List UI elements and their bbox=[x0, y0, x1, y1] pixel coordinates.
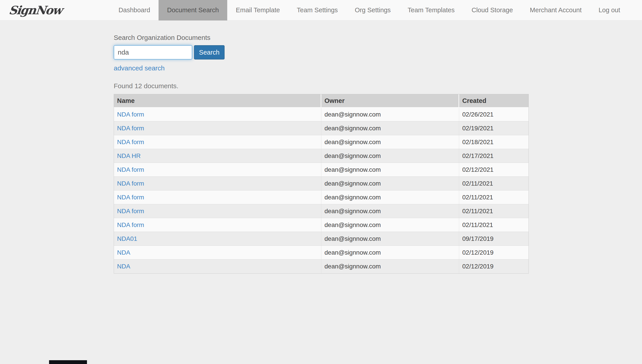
document-link[interactable]: NDA form bbox=[117, 180, 144, 187]
advanced-search-link[interactable]: advanced search bbox=[114, 64, 165, 72]
name-cell: NDA form bbox=[114, 108, 321, 122]
bottom-edge-bar bbox=[49, 360, 87, 364]
nav-item-email-template[interactable]: Email Template bbox=[227, 0, 288, 20]
created-cell: 02/12/2021 bbox=[459, 163, 528, 177]
owner-cell: dean@signnow.com bbox=[321, 108, 459, 122]
created-cell: 02/17/2021 bbox=[459, 149, 528, 163]
result-summary: Found 12 documents. bbox=[114, 82, 642, 90]
search-form: Search bbox=[114, 45, 642, 60]
table-body: NDA formdean@signnow.com02/26/2021NDA fo… bbox=[114, 108, 528, 273]
owner-cell: dean@signnow.com bbox=[321, 122, 459, 135]
created-cell: 09/17/2019 bbox=[459, 232, 528, 246]
name-cell: NDA form bbox=[114, 218, 321, 232]
table-row: NDA formdean@signnow.com02/19/2021 bbox=[114, 122, 528, 135]
document-link[interactable]: NDA01 bbox=[117, 235, 137, 242]
documents-table: NameOwnerCreated NDA formdean@signnow.co… bbox=[114, 94, 529, 274]
owner-cell: dean@signnow.com bbox=[321, 149, 459, 163]
owner-cell: dean@signnow.com bbox=[321, 218, 459, 232]
table-row: NDA formdean@signnow.com02/11/2021 bbox=[114, 218, 528, 232]
name-cell: NDA form bbox=[114, 204, 321, 218]
table-row: NDA formdean@signnow.com02/18/2021 bbox=[114, 135, 528, 149]
nav-item-dashboard[interactable]: Dashboard bbox=[110, 0, 159, 20]
document-search-page: Search Organization Documents Search adv… bbox=[114, 20, 642, 274]
table-row: NDAdean@signnow.com02/12/2019 bbox=[114, 246, 528, 260]
table-row: NDA formdean@signnow.com02/11/2021 bbox=[114, 177, 528, 190]
column-header-owner: Owner bbox=[321, 94, 459, 108]
document-link[interactable]: NDA bbox=[117, 249, 130, 256]
nav-item-document-search[interactable]: Document Search bbox=[159, 0, 227, 20]
nav-item-merchant-account[interactable]: Merchant Account bbox=[521, 0, 590, 20]
search-input[interactable] bbox=[114, 45, 192, 60]
name-cell: NDA bbox=[114, 246, 321, 260]
name-cell: NDA form bbox=[114, 163, 321, 177]
owner-cell: dean@signnow.com bbox=[321, 163, 459, 177]
document-link[interactable]: NDA form bbox=[117, 125, 144, 132]
created-cell: 02/26/2021 bbox=[459, 108, 528, 122]
created-cell: 02/11/2021 bbox=[459, 204, 528, 218]
created-cell: 02/12/2019 bbox=[459, 246, 528, 260]
owner-cell: dean@signnow.com bbox=[321, 246, 459, 260]
document-link[interactable]: NDA form bbox=[117, 111, 144, 118]
created-cell: 02/19/2021 bbox=[459, 122, 528, 135]
nav-item-team-settings[interactable]: Team Settings bbox=[288, 0, 346, 20]
column-header-name: Name bbox=[114, 94, 321, 108]
name-cell: NDA form bbox=[114, 135, 321, 149]
owner-cell: dean@signnow.com bbox=[321, 204, 459, 218]
name-cell: NDA form bbox=[114, 190, 321, 204]
document-link[interactable]: NDA form bbox=[117, 166, 144, 173]
nav-item-log-out[interactable]: Log out bbox=[590, 0, 629, 20]
name-cell: NDA HR bbox=[114, 149, 321, 163]
created-cell: 02/18/2021 bbox=[459, 135, 528, 149]
owner-cell: dean@signnow.com bbox=[321, 177, 459, 190]
owner-cell: dean@signnow.com bbox=[321, 232, 459, 246]
main-nav: DashboardDocument SearchEmail TemplateTe… bbox=[110, 0, 629, 20]
table-row: NDA formdean@signnow.com02/11/2021 bbox=[114, 204, 528, 218]
document-link[interactable]: NDA form bbox=[117, 208, 144, 214]
owner-cell: dean@signnow.com bbox=[321, 135, 459, 149]
table-row: NDA formdean@signnow.com02/11/2021 bbox=[114, 190, 528, 204]
nav-item-org-settings[interactable]: Org Settings bbox=[346, 0, 399, 20]
column-header-created: Created bbox=[459, 94, 528, 108]
nav-item-team-templates[interactable]: Team Templates bbox=[399, 0, 463, 20]
document-link[interactable]: NDA bbox=[117, 263, 130, 270]
table-row: NDA formdean@signnow.com02/12/2021 bbox=[114, 163, 528, 177]
document-link[interactable]: NDA form bbox=[117, 138, 144, 146]
document-link[interactable]: NDA HR bbox=[117, 152, 141, 159]
document-link[interactable]: NDA form bbox=[117, 222, 144, 228]
table-header-row: NameOwnerCreated bbox=[114, 94, 528, 108]
created-cell: 02/11/2021 bbox=[459, 177, 528, 190]
created-cell: 02/11/2021 bbox=[459, 190, 528, 204]
nav-item-cloud-storage[interactable]: Cloud Storage bbox=[463, 0, 521, 20]
owner-cell: dean@signnow.com bbox=[321, 260, 459, 273]
signnow-logo[interactable]: SignNow bbox=[8, 3, 63, 17]
search-button[interactable]: Search bbox=[194, 45, 225, 60]
owner-cell: dean@signnow.com bbox=[321, 190, 459, 204]
name-cell: NDA bbox=[114, 260, 321, 273]
document-link[interactable]: NDA form bbox=[117, 194, 144, 201]
name-cell: NDA form bbox=[114, 122, 321, 135]
top-navigation-bar: SignNow DashboardDocument SearchEmail Te… bbox=[0, 0, 642, 20]
table-row: NDA HRdean@signnow.com02/17/2021 bbox=[114, 149, 528, 163]
table-row: NDA01dean@signnow.com09/17/2019 bbox=[114, 232, 528, 246]
search-section-label: Search Organization Documents bbox=[114, 34, 642, 42]
table-row: NDAdean@signnow.com02/12/2019 bbox=[114, 260, 528, 273]
table-row: NDA formdean@signnow.com02/26/2021 bbox=[114, 108, 528, 122]
name-cell: NDA form bbox=[114, 177, 321, 190]
created-cell: 02/12/2019 bbox=[459, 260, 528, 273]
name-cell: NDA01 bbox=[114, 232, 321, 246]
created-cell: 02/11/2021 bbox=[459, 218, 528, 232]
